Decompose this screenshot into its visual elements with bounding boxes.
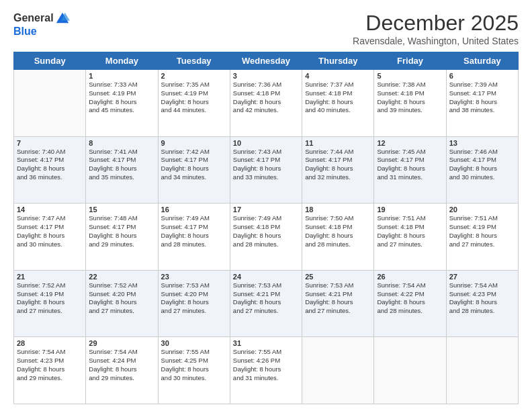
- day-info: Sunrise: 7:41 AM Sunset: 4:17 PM Dayligh…: [89, 148, 154, 182]
- day-info: Sunrise: 7:51 AM Sunset: 4:18 PM Dayligh…: [377, 214, 443, 248]
- table-row: [14, 70, 86, 137]
- day-info: Sunrise: 7:50 AM Sunset: 4:18 PM Dayligh…: [305, 214, 371, 248]
- day-info: Sunrise: 7:54 AM Sunset: 4:23 PM Dayligh…: [449, 281, 515, 316]
- table-row: 13Sunrise: 7:46 AM Sunset: 4:17 PM Dayli…: [446, 136, 518, 203]
- day-number: 9: [161, 139, 227, 147]
- calendar-table: Sunday Monday Tuesday Wednesday Thursday…: [13, 52, 519, 404]
- calendar-week-row: 28Sunrise: 7:54 AM Sunset: 4:23 PM Dayli…: [14, 337, 519, 404]
- day-info: Sunrise: 7:53 AM Sunset: 4:21 PM Dayligh…: [305, 281, 371, 316]
- day-number: 14: [17, 205, 83, 214]
- table-row: 28Sunrise: 7:54 AM Sunset: 4:23 PM Dayli…: [14, 337, 86, 404]
- day-number: 16: [161, 205, 227, 214]
- day-info: Sunrise: 7:52 AM Sunset: 4:19 PM Dayligh…: [17, 281, 83, 316]
- calendar-header-row: Sunday Monday Tuesday Wednesday Thursday…: [14, 52, 519, 70]
- table-row: 26Sunrise: 7:54 AM Sunset: 4:22 PM Dayli…: [374, 270, 446, 337]
- table-row: 17Sunrise: 7:49 AM Sunset: 4:18 PM Dayli…: [230, 203, 302, 271]
- day-number: 20: [449, 205, 515, 214]
- day-info: Sunrise: 7:38 AM Sunset: 4:18 PM Dayligh…: [377, 81, 443, 115]
- day-info: Sunrise: 7:37 AM Sunset: 4:18 PM Dayligh…: [305, 81, 371, 115]
- day-info: Sunrise: 7:53 AM Sunset: 4:20 PM Dayligh…: [161, 281, 227, 316]
- table-row: 30Sunrise: 7:55 AM Sunset: 4:25 PM Dayli…: [158, 337, 230, 404]
- table-row: 21Sunrise: 7:52 AM Sunset: 4:19 PM Dayli…: [14, 270, 86, 337]
- day-number: 10: [233, 139, 299, 147]
- table-row: 24Sunrise: 7:53 AM Sunset: 4:21 PM Dayli…: [230, 270, 302, 337]
- day-number: 4: [305, 72, 371, 80]
- table-row: 5Sunrise: 7:38 AM Sunset: 4:18 PM Daylig…: [374, 70, 446, 137]
- day-info: Sunrise: 7:36 AM Sunset: 4:18 PM Dayligh…: [233, 81, 299, 115]
- table-row: 22Sunrise: 7:52 AM Sunset: 4:20 PM Dayli…: [86, 270, 158, 337]
- day-info: Sunrise: 7:51 AM Sunset: 4:19 PM Dayligh…: [449, 214, 515, 248]
- day-number: 12: [377, 139, 443, 147]
- table-row: [446, 337, 518, 404]
- day-number: 18: [305, 205, 371, 214]
- day-info: Sunrise: 7:33 AM Sunset: 4:19 PM Dayligh…: [89, 81, 154, 115]
- table-row: 25Sunrise: 7:53 AM Sunset: 4:21 PM Dayli…: [302, 270, 374, 337]
- table-row: 15Sunrise: 7:48 AM Sunset: 4:17 PM Dayli…: [86, 203, 158, 271]
- logo-blue-text: Blue: [13, 26, 37, 38]
- table-row: [374, 337, 446, 404]
- day-info: Sunrise: 7:35 AM Sunset: 4:19 PM Dayligh…: [161, 81, 227, 115]
- day-number: 13: [449, 139, 515, 147]
- day-number: 8: [89, 139, 154, 147]
- table-row: 11Sunrise: 7:44 AM Sunset: 4:17 PM Dayli…: [302, 136, 374, 203]
- table-row: 9Sunrise: 7:42 AM Sunset: 4:17 PM Daylig…: [158, 136, 230, 203]
- calendar-week-row: 21Sunrise: 7:52 AM Sunset: 4:19 PM Dayli…: [14, 270, 519, 337]
- col-thursday: Thursday: [302, 52, 374, 70]
- day-info: Sunrise: 7:43 AM Sunset: 4:17 PM Dayligh…: [233, 148, 299, 182]
- day-info: Sunrise: 7:46 AM Sunset: 4:17 PM Dayligh…: [449, 148, 515, 182]
- day-info: Sunrise: 7:54 AM Sunset: 4:23 PM Dayligh…: [17, 348, 83, 382]
- day-info: Sunrise: 7:40 AM Sunset: 4:17 PM Dayligh…: [17, 148, 83, 182]
- day-number: 6: [449, 72, 515, 80]
- day-number: 5: [377, 72, 443, 80]
- table-row: 20Sunrise: 7:51 AM Sunset: 4:19 PM Dayli…: [446, 203, 518, 271]
- table-row: 29Sunrise: 7:54 AM Sunset: 4:24 PM Dayli…: [86, 337, 158, 404]
- day-number: 29: [89, 339, 154, 347]
- day-number: 31: [233, 339, 299, 347]
- location: Ravensdale, Washington, United States: [353, 36, 519, 46]
- table-row: 1Sunrise: 7:33 AM Sunset: 4:19 PM Daylig…: [86, 70, 158, 137]
- day-info: Sunrise: 7:48 AM Sunset: 4:17 PM Dayligh…: [89, 214, 154, 248]
- day-number: 11: [305, 139, 371, 147]
- day-number: 27: [449, 273, 515, 281]
- table-row: 12Sunrise: 7:45 AM Sunset: 4:17 PM Dayli…: [374, 136, 446, 203]
- day-info: Sunrise: 7:54 AM Sunset: 4:24 PM Dayligh…: [89, 348, 154, 382]
- logo: General Blue: [13, 11, 70, 38]
- col-wednesday: Wednesday: [230, 52, 302, 70]
- table-row: 6Sunrise: 7:39 AM Sunset: 4:17 PM Daylig…: [446, 70, 518, 137]
- table-row: 23Sunrise: 7:53 AM Sunset: 4:20 PM Dayli…: [158, 270, 230, 337]
- day-number: 25: [305, 273, 371, 281]
- table-row: 14Sunrise: 7:47 AM Sunset: 4:17 PM Dayli…: [14, 203, 86, 271]
- table-row: 8Sunrise: 7:41 AM Sunset: 4:17 PM Daylig…: [86, 136, 158, 203]
- day-info: Sunrise: 7:55 AM Sunset: 4:26 PM Dayligh…: [233, 348, 299, 382]
- day-number: 7: [17, 139, 83, 147]
- day-info: Sunrise: 7:45 AM Sunset: 4:17 PM Dayligh…: [377, 148, 443, 182]
- day-number: 2: [161, 72, 227, 80]
- table-row: 7Sunrise: 7:40 AM Sunset: 4:17 PM Daylig…: [14, 136, 86, 203]
- day-number: 1: [89, 72, 154, 80]
- table-row: 2Sunrise: 7:35 AM Sunset: 4:19 PM Daylig…: [158, 70, 230, 137]
- day-info: Sunrise: 7:55 AM Sunset: 4:25 PM Dayligh…: [161, 348, 227, 382]
- calendar-week-row: 7Sunrise: 7:40 AM Sunset: 4:17 PM Daylig…: [14, 136, 519, 203]
- day-info: Sunrise: 7:44 AM Sunset: 4:17 PM Dayligh…: [305, 148, 371, 182]
- table-row: [302, 337, 374, 404]
- table-row: 18Sunrise: 7:50 AM Sunset: 4:18 PM Dayli…: [302, 203, 374, 271]
- calendar-week-row: 14Sunrise: 7:47 AM Sunset: 4:17 PM Dayli…: [14, 203, 519, 271]
- day-number: 30: [161, 339, 227, 347]
- month-title: December 2025: [353, 11, 519, 36]
- day-number: 19: [377, 205, 443, 214]
- table-row: 16Sunrise: 7:49 AM Sunset: 4:17 PM Dayli…: [158, 203, 230, 271]
- calendar-week-row: 1Sunrise: 7:33 AM Sunset: 4:19 PM Daylig…: [14, 70, 519, 137]
- col-monday: Monday: [86, 52, 158, 70]
- day-number: 17: [233, 205, 299, 214]
- col-sunday: Sunday: [14, 52, 86, 70]
- table-row: 4Sunrise: 7:37 AM Sunset: 4:18 PM Daylig…: [302, 70, 374, 137]
- day-info: Sunrise: 7:52 AM Sunset: 4:20 PM Dayligh…: [89, 281, 154, 316]
- day-number: 3: [233, 72, 299, 80]
- day-number: 15: [89, 205, 154, 214]
- day-info: Sunrise: 7:42 AM Sunset: 4:17 PM Dayligh…: [161, 148, 227, 182]
- logo-icon: [55, 11, 70, 26]
- table-row: 10Sunrise: 7:43 AM Sunset: 4:17 PM Dayli…: [230, 136, 302, 203]
- table-row: 27Sunrise: 7:54 AM Sunset: 4:23 PM Dayli…: [446, 270, 518, 337]
- col-friday: Friday: [374, 52, 446, 70]
- title-section: December 2025 Ravensdale, Washington, Un…: [353, 11, 519, 46]
